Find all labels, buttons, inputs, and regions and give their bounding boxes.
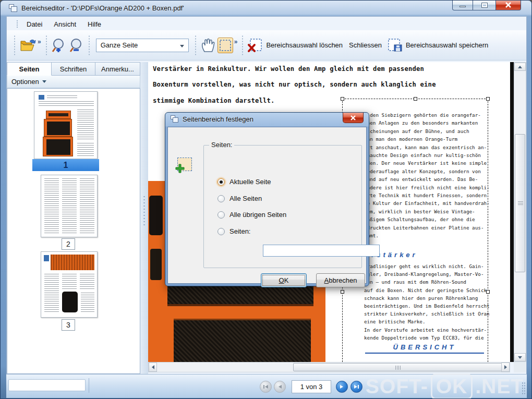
radio-current-label: Aktuelle Seite (229, 178, 271, 186)
doc-text-line: stimmige Kombination darstellt. (153, 97, 275, 104)
page-thumbnail-3[interactable] (41, 251, 98, 318)
zoom-out-button[interactable] (68, 37, 85, 54)
sidebar: Seiten Schriften Anmerku... Optionen 1 (7, 62, 140, 374)
hand-tool-button[interactable] (200, 37, 216, 54)
minimize-button[interactable] (452, 0, 473, 10)
selection-handle-mid-right[interactable] (486, 290, 490, 294)
radio-row-current[interactable]: Aktuelle Seite (217, 178, 271, 186)
dialog-title-bar[interactable]: Seitenbereich festlegen (171, 115, 253, 123)
zoom-in-button[interactable] (51, 37, 67, 54)
radio-current-page[interactable] (217, 178, 225, 186)
toolbar-overflow-chevron[interactable]: » (234, 38, 238, 45)
menu-hilfe[interactable]: Hilfe (82, 19, 106, 30)
radio-other-pages[interactable] (217, 211, 225, 219)
vertical-scroll-thumb[interactable] (515, 134, 525, 272)
save-selection-button[interactable] (386, 37, 403, 54)
window-title: Bereichseditor - 'D:\PDFs\Orange AD200 +… (21, 4, 184, 12)
menu-ansicht[interactable]: Ansicht (49, 19, 81, 30)
menu-datei[interactable]: Datei (21, 19, 47, 30)
save-selection-label[interactable]: Bereichsauswahl speichern (406, 41, 488, 49)
amp-handle (150, 249, 162, 280)
dialog-icon (171, 115, 179, 123)
selection-handle-top-mid[interactable] (414, 97, 417, 101)
chevron-down-icon (42, 80, 46, 83)
radio-row-range[interactable]: Seiten: (217, 227, 250, 235)
resize-grip[interactable] (522, 382, 526, 394)
panel-splitter[interactable] (140, 62, 148, 374)
scroll-down-button[interactable] (514, 353, 526, 361)
close-button[interactable] (496, 0, 521, 10)
toolbar-overflow-chevron[interactable]: » (38, 38, 41, 45)
radio-page-range[interactable] (217, 228, 225, 235)
delete-selection-icon (247, 38, 263, 53)
status-bar: 1 von 3 SOFT-OK.NET (6, 374, 527, 398)
arrow-down-icon (518, 356, 522, 359)
dialog-close-button[interactable] (343, 113, 364, 123)
toolbar-grip (45, 35, 47, 56)
horizontal-scrollbar[interactable] (148, 362, 510, 372)
page-range-input[interactable] (263, 245, 380, 257)
hand-icon (200, 38, 216, 53)
page-thumbnail-2[interactable] (41, 175, 98, 237)
page-1-selected-label[interactable]: 1 (32, 159, 99, 171)
horizontal-scroll-thumb[interactable] (293, 363, 504, 371)
radio-row-other[interactable]: Alle übrigen Seiten (217, 211, 286, 219)
delete-selection-label[interactable]: Bereichsauswahl löschen (266, 41, 343, 49)
thumbnail-panel: 1 2 3 (7, 88, 140, 374)
radio-other-label: Alle übrigen Seiten (229, 211, 286, 219)
page-thumbnail-1[interactable] (34, 91, 98, 159)
delete-selection-button[interactable] (247, 37, 263, 54)
status-field[interactable] (8, 379, 86, 391)
cancel-button[interactable]: Abbrechen (316, 273, 365, 287)
radio-all-pages[interactable] (217, 195, 225, 202)
toolbar-grip (88, 35, 90, 56)
thumb-text (44, 274, 59, 313)
selection-rect-icon (218, 38, 233, 53)
scroll-left-button[interactable] (149, 362, 157, 372)
toolbar-grip (241, 35, 244, 56)
toolbar-grip (14, 35, 16, 56)
save-selection-icon (387, 38, 403, 53)
radio-row-all[interactable]: Alle Seiten (217, 195, 262, 202)
page-indicator[interactable]: 1 von 3 (292, 380, 331, 393)
tab-anmerkungen[interactable]: Anmerku... (95, 62, 140, 76)
menu-grip (16, 20, 18, 28)
selection-handle-top-right[interactable] (486, 97, 490, 101)
title-bar[interactable]: Bereichseditor - 'D:\PDFs\Orange AD200 +… (1, 1, 531, 16)
close-editor-button[interactable]: Schliessen (349, 41, 382, 49)
thumb-text (80, 178, 94, 234)
tab-seiten[interactable]: Seiten (7, 62, 52, 76)
scroll-right-button[interactable] (501, 362, 510, 372)
options-dropdown[interactable]: Optionen (7, 76, 140, 88)
toolbar: » Ganze Seite (7, 30, 526, 61)
amp-grill (174, 319, 311, 362)
thumb-text (44, 178, 59, 234)
app-icon (9, 4, 18, 13)
ok-button[interactable]: OK (261, 273, 307, 287)
group-label: Seiten: (209, 141, 234, 149)
thumb-text (77, 143, 94, 156)
page-3-label[interactable]: 3 (62, 319, 75, 331)
toolbar-grip (195, 35, 197, 56)
previous-page-icon (276, 383, 283, 390)
last-page-button[interactable] (350, 381, 362, 393)
vertical-scrollbar[interactable] (514, 62, 526, 362)
selection-handle-top-left[interactable] (341, 97, 344, 101)
zoom-out-icon (69, 38, 84, 53)
first-page-button[interactable] (260, 381, 272, 393)
tab-schriften[interactable]: Schriften (52, 62, 95, 76)
open-file-button[interactable] (19, 38, 37, 53)
watermark-soft: SOFT- (366, 375, 428, 398)
thumb-text (62, 274, 77, 289)
maximize-button[interactable] (473, 0, 496, 10)
next-page-button[interactable] (336, 381, 348, 393)
scroll-up-button[interactable] (514, 63, 526, 71)
page-2-label[interactable]: 2 (62, 238, 75, 250)
zoom-level-select[interactable]: Ganze Seite (96, 39, 189, 52)
page-edge (510, 62, 514, 362)
select-region-tool-button[interactable] (217, 38, 233, 53)
previous-page-button[interactable] (274, 381, 286, 393)
selection-handle-mid-left[interactable] (341, 290, 344, 294)
status-divider (89, 378, 89, 393)
thumb-text (39, 101, 94, 106)
